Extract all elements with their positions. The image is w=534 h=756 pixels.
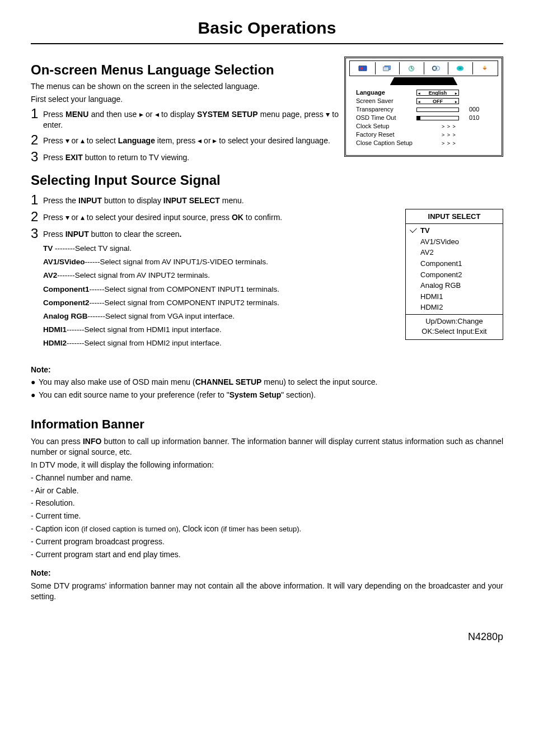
sec2-step2: 2 Press ▾ or ▴ to select your desired in… <box>31 210 388 223</box>
osd-value-box: ◂ OFF ▸ <box>416 98 459 104</box>
svg-rect-3 <box>383 67 389 71</box>
input-select-item: Component2 <box>406 269 503 281</box>
sec3-p1: You can press INFO button to call up inf… <box>31 436 503 458</box>
sec3-p2: In DTV mode, it will display the followi… <box>31 460 503 470</box>
up-arrow-icon: ▴ <box>81 136 85 145</box>
left-tri-icon: ◂ <box>418 91 420 96</box>
osd-tab-system-icon <box>424 62 449 74</box>
info-item: - Current program broadcast progress. <box>31 536 503 547</box>
page-title: Basic Operations <box>31 17 503 44</box>
down-arrow-icon: ▾ <box>65 136 69 145</box>
sec2-note-heading: Note: <box>31 365 503 375</box>
chevron-icon: > > > <box>442 123 456 130</box>
osd-value-box: ◂ English ▸ <box>416 90 459 96</box>
info-item: - Current program start and end play tim… <box>31 549 503 560</box>
section1-intro1: The menus can be shown on the screen in … <box>31 81 339 92</box>
input-select-item: HDMI1 <box>406 291 503 302</box>
right-tri-icon: ▸ <box>455 91 457 96</box>
section1-intro2: First select your language. <box>31 94 339 105</box>
bullet-icon: ● <box>31 390 39 400</box>
chevron-icon: > > > <box>442 140 456 147</box>
section3-title: Information Banner <box>31 416 503 433</box>
chevron-icon: > > > <box>442 132 456 138</box>
osd-row-screensaver: Screen Saver ◂ OFF ▸ <box>356 97 491 105</box>
osd-row-clock: Clock Setup > > > <box>356 122 491 130</box>
step-number: 1 <box>31 193 43 207</box>
osd-row-language: Language ◂ English ▸ <box>356 88 491 97</box>
sec2-note2: ● You can edit source name to your prefe… <box>31 390 503 400</box>
sec1-step2: 2 Press ▾ or ▴ to select Language item, … <box>31 133 339 147</box>
sec2-step1: 1 Press the INPUT button to display INPU… <box>31 193 388 207</box>
sec3-note-body: Some DTV programs' information banner ma… <box>31 581 503 602</box>
left-tri-icon: ◂ <box>418 99 420 104</box>
step-number: 3 <box>31 227 43 240</box>
input-select-item: Component1 <box>406 258 503 269</box>
sec3-note-heading: Note: <box>31 568 503 578</box>
osd-row-osdtimeout: OSD Time Out 010 <box>356 114 491 122</box>
svg-point-9 <box>484 66 486 68</box>
step-number: 2 <box>31 133 43 147</box>
svg-point-1 <box>360 67 363 69</box>
down-arrow-icon: ▾ <box>326 110 330 119</box>
osd-tab-channel-icon <box>400 62 424 74</box>
left-arrow-icon: ◂ <box>155 110 159 119</box>
section1-title: On-screen Menus Language Selection <box>31 61 339 79</box>
sec2-step3: 3 Press INPUT button to clear the screen… <box>31 227 388 240</box>
down-arrow-icon: ▾ <box>65 213 69 222</box>
input-select-header: INPUT SELECT <box>406 209 503 225</box>
step-number: 2 <box>31 210 43 223</box>
source-list: TV --------Select TV signal. AV1/SVideo-… <box>43 244 388 349</box>
info-item: - Channel number and name. <box>31 473 503 483</box>
step-number: 1 <box>31 107 43 120</box>
sec2-note1: ● You may also make use of OSD main menu… <box>31 377 503 388</box>
osd-system-setup: SYSTEM SETUP Language ◂ English ▸ Screen… <box>344 57 503 157</box>
osd-slider <box>416 108 459 112</box>
osd-slider <box>416 116 459 120</box>
osd-tab-lock-icon <box>473 62 497 74</box>
osd-tab-picture-icon <box>351 62 376 74</box>
svg-point-8 <box>459 67 462 69</box>
osd-row-cc: Close Caption Setup > > > <box>356 139 491 147</box>
sec1-step3: 3 Press EXIT button to return to TV view… <box>31 150 339 164</box>
info-item: - Resolution. <box>31 498 503 508</box>
osd-tabs <box>349 60 498 76</box>
input-select-item: Analog RGB <box>406 280 503 291</box>
info-item: - Air or Cable. <box>31 486 503 496</box>
osd-title-band: SYSTEM SETUP <box>349 77 498 86</box>
step-number: 3 <box>31 150 43 164</box>
sec1-step1: 1 Press MENU and then use ▸ or ◂ to disp… <box>31 107 339 130</box>
info-item: - Caption icon (if closed caption is tur… <box>31 524 503 534</box>
input-select-item-tv: TV <box>406 225 503 236</box>
footer-model: N4280p <box>31 630 503 643</box>
input-select-item: AV2 <box>406 247 503 258</box>
osd-row-factory: Factory Reset > > > <box>356 130 491 139</box>
input-select-item: HDMI2 <box>406 302 503 313</box>
osd-tab-display-icon <box>376 62 400 74</box>
input-select-item: AV1/SVideo <box>406 236 503 248</box>
osd-row-transparency: Transparency 000 <box>356 105 491 114</box>
up-arrow-icon: ▴ <box>81 213 85 222</box>
section2-title: Selecting Input Source Signal <box>31 171 503 189</box>
right-arrow-icon: ▸ <box>139 110 143 119</box>
info-item: - Current time. <box>31 511 503 521</box>
input-select-menu: INPUT SELECT TV AV1/SVideo AV2 Component… <box>405 209 503 340</box>
right-tri-icon: ▸ <box>455 99 457 104</box>
input-select-footer: Up/Down:Change OK:Select Input:Exit <box>406 314 503 339</box>
bullet-icon: ● <box>31 377 39 388</box>
osd-tab-audio-icon <box>448 62 473 74</box>
